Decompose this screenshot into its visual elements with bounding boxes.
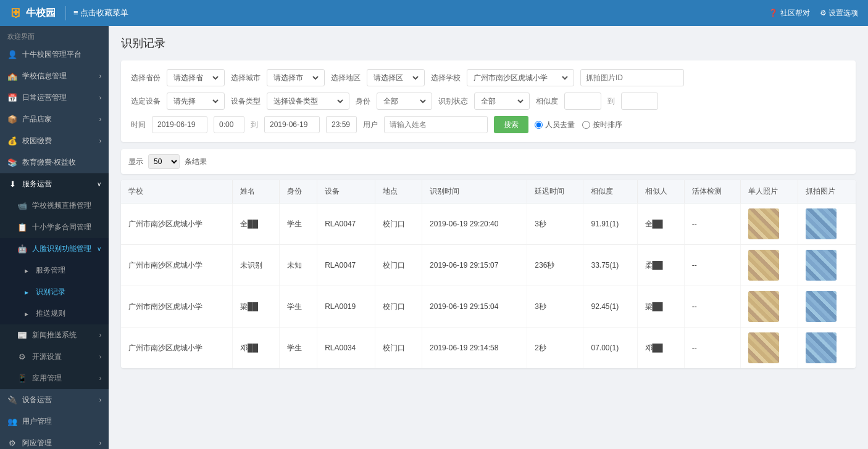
- user-input[interactable]: [384, 116, 488, 133]
- capture-photo-cell: [798, 286, 856, 327]
- date-to-input[interactable]: [264, 116, 320, 133]
- sidebar-item-user-mgmt[interactable]: 👥 用户管理: [0, 411, 109, 432]
- single-photo-cell: [740, 245, 798, 286]
- recognition-label: 识别记录: [36, 287, 65, 297]
- service-label: 服务运营: [22, 179, 52, 189]
- sidebar-item-app-mgmt[interactable]: 📱 应用管理 ›: [0, 368, 109, 389]
- table-cell: 校门口: [375, 204, 422, 245]
- col-identity: 身份: [280, 180, 317, 204]
- news-push-arrow: ›: [99, 332, 101, 339]
- district-select[interactable]: 请选择区: [371, 73, 420, 83]
- identity-select[interactable]: 全部 学生 未识别: [381, 96, 428, 106]
- single-photo: [748, 208, 779, 239]
- similarity-from-input[interactable]: [564, 93, 601, 110]
- edu-fees-label: 教育缴费·权益收: [22, 157, 76, 168]
- recog-status-select[interactable]: 全部: [478, 96, 525, 106]
- city-select-wrap[interactable]: 请选择市: [267, 69, 325, 86]
- table-cell: 广州市南沙区虎城小学: [121, 204, 232, 245]
- device-type-label: 设备类型: [231, 96, 261, 107]
- device-select-wrap[interactable]: 请先择: [167, 93, 225, 110]
- table-cell: 学生: [280, 286, 317, 327]
- table-cell: 校门口: [375, 245, 422, 286]
- user-mgmt-label: 用户管理: [22, 416, 52, 427]
- capture-photo: [806, 208, 837, 239]
- sidebar-item-finance[interactable]: 💰 校园缴费 ›: [0, 130, 109, 152]
- sidebar-item-org-mgmt[interactable]: ⚙ 阿应管理 ›: [0, 432, 109, 449]
- school-select-wrap[interactable]: 广州市南沙区虎城小学: [467, 69, 574, 86]
- org-mgmt-icon: ⚙: [7, 439, 17, 448]
- platform-label: 十牛校园管理平台: [22, 49, 81, 60]
- sidebar-item-school-multi[interactable]: 📋 十小学多合同管理: [0, 216, 109, 238]
- sidebar-section-title: 欢迎界面: [0, 26, 109, 44]
- col-delay: 延迟时间: [527, 180, 583, 204]
- province-select[interactable]: 请选择省: [171, 73, 220, 83]
- settings-link[interactable]: ⚙ 设置选项: [820, 8, 858, 19]
- sidebar-item-school-info[interactable]: 🏫 学校信息管理 ›: [0, 65, 109, 87]
- help-link[interactable]: ❓ 社区帮对: [769, 8, 809, 19]
- sidebar-item-service-mgmt[interactable]: ▸ 服务管理: [0, 260, 109, 281]
- district-select-wrap[interactable]: 请选择区: [367, 69, 425, 86]
- single-photo: [748, 291, 779, 322]
- service-icon: ⬇: [7, 179, 17, 189]
- similarity-separator: 到: [607, 96, 615, 107]
- table-cell: --: [684, 286, 740, 327]
- table-cell: 学生: [280, 204, 317, 245]
- district-label: 选择地区: [331, 73, 361, 83]
- table-cell: 全██: [232, 204, 279, 245]
- sidebar-item-push-rules[interactable]: ▸ 推送规则: [0, 303, 109, 324]
- news-push-icon: 📰: [17, 331, 27, 340]
- daily-ops-icon: 📅: [7, 93, 17, 102]
- menu-toggle[interactable]: ≡ 点击收藏菜单: [73, 7, 128, 19]
- school-select[interactable]: 广州市南沙区虎城小学: [471, 73, 570, 83]
- city-select[interactable]: 请选择市: [271, 73, 320, 83]
- sidebar-item-school-video[interactable]: 📹 学校视频直播管理: [0, 195, 109, 216]
- table-row: 广州市南沙区虎城小学梁██学生RLA0019校门口2019-06-19 29:1…: [121, 286, 856, 327]
- sidebar-item-recognition[interactable]: ▸ 识别记录: [0, 281, 109, 303]
- sidebar-item-service[interactable]: ⬇ 服务运营 ∨: [0, 173, 109, 195]
- table-cell: 236秒: [527, 245, 583, 286]
- time-to-input[interactable]: [326, 116, 357, 133]
- identity-select-wrap[interactable]: 全部 学生 未识别: [377, 93, 432, 110]
- col-similarity: 相似度: [583, 180, 637, 204]
- single-photo-cell: [740, 204, 798, 245]
- push-rules-label: 推送规则: [36, 308, 65, 319]
- photo-id-input[interactable]: [580, 69, 684, 86]
- table-body: 广州市南沙区虎城小学全██学生RLA0047校门口2019-06-19 29:2…: [121, 204, 856, 369]
- sidebar-item-device-ops[interactable]: 🔌 设备运营 ›: [0, 389, 109, 411]
- sidebar-sub-service: 📹 学校视频直播管理 📋 十小学多合同管理 🤖 人脸识别功能管理 ∨ ▸ 服务管…: [0, 195, 109, 389]
- main-layout: 欢迎界面 👤 十牛校园管理平台 🏫 学校信息管理 › 📅 日常运营管理 › 📦 …: [0, 26, 868, 449]
- radio-by-time[interactable]: 按时排序: [582, 120, 622, 130]
- sidebar-item-ai-face[interactable]: 🤖 人脸识别功能管理 ∨: [0, 238, 109, 260]
- sidebar-item-products[interactable]: 📦 产品店家 ›: [0, 109, 109, 130]
- search-button[interactable]: 搜索: [494, 116, 528, 133]
- table-cell: 梁██: [637, 286, 684, 327]
- device-ops-icon: 🔌: [7, 395, 17, 405]
- province-select-wrap[interactable]: 请选择省: [167, 69, 225, 86]
- identity-label: 身份: [356, 96, 370, 107]
- table-cell: RLA0047: [317, 204, 375, 245]
- table-cell: 校门口: [375, 286, 422, 327]
- device-type-select-wrap[interactable]: 选择设备类型: [267, 93, 349, 110]
- open-settings-arrow: ›: [99, 353, 101, 360]
- device-select[interactable]: 请先择: [171, 96, 220, 106]
- recog-status-select-wrap[interactable]: 全部: [474, 93, 530, 110]
- sidebar-item-news-push[interactable]: 📰 新闻推送系统 ›: [0, 324, 109, 346]
- device-type-select[interactable]: 选择设备类型: [271, 96, 345, 106]
- time-from-input[interactable]: [214, 116, 244, 133]
- count-label: 条结果: [185, 157, 207, 167]
- sidebar-item-platform[interactable]: 👤 十牛校园管理平台: [0, 44, 109, 65]
- table-header-row: 学校 姓名 身份 设备 地点 识别时间 延迟时间 相似度 相似人 活体检测 单人…: [121, 180, 856, 204]
- app-mgmt-label: 应用管理: [32, 373, 62, 384]
- capture-photo: [806, 332, 837, 363]
- date-from-input[interactable]: [152, 116, 207, 133]
- app-mgmt-arrow: ›: [99, 375, 101, 382]
- sidebar-item-edu-fees[interactable]: 📚 教育缴费·权益收: [0, 152, 109, 173]
- similarity-label: 相似度: [536, 96, 558, 107]
- table-cell: 邓██: [637, 327, 684, 369]
- similarity-to-input[interactable]: [621, 93, 658, 110]
- sidebar-item-open-settings[interactable]: ⚙ 开源设置 ›: [0, 346, 109, 368]
- radio-by-person[interactable]: 人员去量: [535, 120, 575, 130]
- sidebar-item-daily-ops[interactable]: 📅 日常运营管理 ›: [0, 87, 109, 109]
- sidebar: 欢迎界面 👤 十牛校园管理平台 🏫 学校信息管理 › 📅 日常运营管理 › 📦 …: [0, 26, 109, 449]
- results-count-select[interactable]: 50 100: [148, 154, 180, 169]
